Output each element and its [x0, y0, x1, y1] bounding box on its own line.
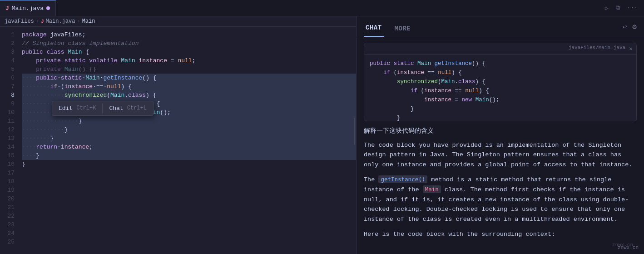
- line-num: 21: [0, 203, 15, 212]
- watermark: znwx.cn: [357, 241, 639, 250]
- code-line-18: }: [22, 160, 356, 169]
- tab-bar: J Main.java ▷ ⧉ ···: [0, 0, 644, 16]
- run-icon[interactable]: ▷: [603, 4, 610, 13]
- chat-code-filepath: javaFiles/Main.java: [569, 45, 625, 52]
- breadcrumb: javaFiles › J Main.java › Main: [0, 16, 356, 27]
- line-num: 9: [0, 100, 15, 108]
- chat-label: Chat: [109, 104, 123, 113]
- code-content[interactable]: package javaFiles; // Singleton class im…: [18, 27, 356, 254]
- line-num: 6: [0, 74, 15, 82]
- code-line-15: ········}: [22, 134, 356, 143]
- tab-modified-dot[interactable]: [46, 6, 50, 10]
- chat-panel: CHAT MORE ↩ ⚙ javaFiles/Main.java ✕ publ…: [357, 16, 644, 254]
- ai-response-2-pre: The: [364, 176, 378, 183]
- main-java-tab[interactable]: J Main.java: [0, 0, 56, 16]
- chat-header: CHAT MORE ↩ ⚙: [357, 16, 644, 37]
- code-line-1: package javaFiles;: [22, 30, 356, 39]
- code-line-6: private Main() {}: [22, 65, 356, 74]
- code-line-2: // Singleton class implementation: [22, 39, 356, 48]
- code-area: 1 2 3 4 5 6 7 8 9 10 11 12 13 14 15 16 1…: [0, 27, 356, 254]
- line-num: 20: [0, 194, 15, 203]
- ai-response-1: The code block you have provided is an i…: [364, 140, 637, 170]
- line-numbers: 1 2 3 4 5 6 7 8 9 10 11 12 13 14 15 16 1…: [0, 27, 18, 254]
- chat-tabs: CHAT MORE: [364, 16, 412, 37]
- edit-label: Edit: [59, 104, 73, 113]
- code-line-14: ············}: [22, 125, 356, 134]
- code-line-8: ····public·static·Main·getInstance() {: [22, 74, 356, 82]
- line-num: 18: [0, 177, 15, 186]
- history-icon[interactable]: ↩: [623, 22, 627, 31]
- context-menu: Edit Ctrl+K Chat Ctrl+L: [52, 101, 154, 116]
- breadcrumb-folder: javaFiles: [5, 18, 34, 25]
- line-num: 16: [0, 160, 15, 169]
- chat-code-close[interactable]: ✕: [629, 45, 633, 52]
- line-num: 4: [0, 56, 15, 65]
- user-message: 解释一下这块代码的含义: [364, 127, 637, 135]
- breadcrumb-sep2: ›: [77, 18, 80, 25]
- breadcrumb-class: Main: [82, 18, 95, 25]
- line-num: 3: [0, 48, 15, 56]
- line-num: 13: [0, 134, 15, 143]
- chat-code-body: public static Main getInstance() { if (i…: [364, 55, 636, 121]
- tab-filename: Main.java: [12, 5, 44, 12]
- line-num: 1: [0, 30, 15, 39]
- line-num: 23: [0, 220, 15, 229]
- chat-header-actions: ↩ ⚙: [623, 22, 637, 31]
- line-num: 25: [0, 238, 15, 246]
- ai-response-getinstance-code: getInstance(): [378, 175, 427, 183]
- main-area: javaFiles › J Main.java › Main 1 2 3 4 5…: [0, 16, 644, 254]
- line-num: 15: [0, 151, 15, 160]
- ai-response-2: The getInstance() method is a static met…: [364, 175, 637, 224]
- line-num: 8: [0, 91, 15, 100]
- edit-shortcut: Ctrl+K: [76, 104, 96, 113]
- ai-response-3: Here is the code block with the surround…: [364, 229, 637, 239]
- line-num: 22: [0, 212, 15, 220]
- ai-response-1-text: The code block you have provided is an i…: [364, 142, 632, 168]
- tab-actions: ▷ ⧉ ···: [599, 4, 644, 13]
- line-num: 24: [0, 229, 15, 238]
- context-menu-chat[interactable]: Chat Ctrl+L: [103, 101, 153, 115]
- line-num: 7: [0, 82, 15, 91]
- line-num: 11: [0, 117, 15, 125]
- code-line-10: ············synchronized(Main.class) {: [22, 91, 356, 100]
- code-line-17: ····}: [22, 151, 356, 160]
- code-line-13: ················}: [22, 117, 356, 125]
- breadcrumb-file: Main.java: [46, 18, 75, 25]
- watermark-overlay: znwx.cn: [618, 245, 639, 250]
- chat-code-block: javaFiles/Main.java ✕ public static Main…: [364, 43, 637, 121]
- chat-content[interactable]: javaFiles/Main.java ✕ public static Main…: [357, 37, 644, 245]
- breadcrumb-java-icon: J: [41, 19, 44, 24]
- breadcrumb-sep1: ›: [36, 18, 39, 25]
- code-line-4: private static volatile Main instance = …: [22, 56, 356, 65]
- line-num: 5: [0, 65, 15, 74]
- context-menu-edit[interactable]: Edit Ctrl+K: [52, 101, 102, 115]
- more-actions-icon[interactable]: ···: [625, 4, 639, 12]
- line-num: 2: [0, 39, 15, 48]
- line-num: 17: [0, 169, 15, 177]
- line-num: 12: [0, 125, 15, 134]
- java-icon: J: [5, 5, 9, 12]
- tab-chat[interactable]: CHAT: [364, 24, 384, 37]
- tab-more[interactable]: MORE: [393, 25, 413, 37]
- editor-panel: javaFiles › J Main.java › Main 1 2 3 4 5…: [0, 16, 357, 254]
- code-line-16: ····return·instance;: [22, 143, 356, 151]
- chat-code-header: javaFiles/Main.java ✕: [364, 43, 636, 55]
- code-line-3: public class Main {: [22, 48, 356, 56]
- split-editor-icon[interactable]: ⧉: [614, 4, 622, 12]
- scroll-indicator: [354, 118, 355, 145]
- line-num: 19: [0, 186, 15, 194]
- line-num: 14: [0, 143, 15, 151]
- line-num: 10: [0, 108, 15, 117]
- settings-icon[interactable]: ⚙: [632, 22, 637, 31]
- code-line-9: ········if·(instance·==·null) {: [22, 82, 356, 91]
- ai-response-main-code: Main: [423, 185, 441, 193]
- chat-shortcut: Ctrl+L: [127, 104, 147, 113]
